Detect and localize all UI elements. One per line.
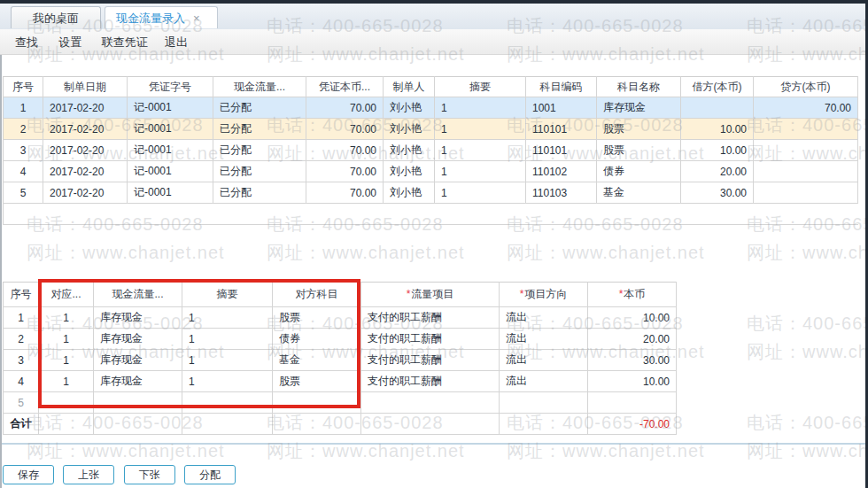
cell[interactable]: 1 <box>182 350 273 371</box>
cell[interactable]: 1 <box>39 307 94 329</box>
cell[interactable]: 1 <box>435 161 526 182</box>
cell[interactable] <box>306 204 384 225</box>
cell[interactable]: 110102 <box>526 161 597 182</box>
cell[interactable]: 20.00 <box>588 329 677 350</box>
cell[interactable]: 基金 <box>597 182 681 204</box>
table-row[interactable]: 42017-02-20记-0001已分配70.00刘小艳1110102债券20.… <box>4 161 858 182</box>
cell[interactable]: 股票 <box>273 307 361 329</box>
cell[interactable]: 4 <box>4 371 39 392</box>
cell[interactable]: 支付的职工薪酬 <box>361 371 500 392</box>
cell[interactable]: 记-0001 <box>128 97 213 119</box>
cell[interactable]: 1 <box>182 371 273 392</box>
cell[interactable]: 10.00 <box>588 371 677 392</box>
cell[interactable]: 已分配 <box>213 140 306 161</box>
next-voucher-button[interactable]: 下张 <box>124 465 175 484</box>
cell[interactable]: 基金 <box>273 350 361 371</box>
cell[interactable] <box>754 140 858 161</box>
cell[interactable] <box>681 97 754 119</box>
cell[interactable] <box>213 204 306 225</box>
table-row[interactable] <box>4 204 858 225</box>
cell[interactable]: 支付的职工薪酬 <box>361 307 500 329</box>
cell[interactable]: 1 <box>39 371 94 392</box>
cell[interactable]: 20.00 <box>681 161 754 182</box>
cell[interactable]: 股票 <box>597 140 681 161</box>
cell[interactable]: 已分配 <box>213 119 306 140</box>
cell[interactable]: 支付的职工薪酬 <box>361 329 500 350</box>
cell[interactable]: 70.00 <box>306 182 384 204</box>
cell[interactable] <box>500 414 588 435</box>
cell[interactable] <box>588 392 677 414</box>
cell[interactable]: 股票 <box>273 371 361 392</box>
cell[interactable]: 70.00 <box>754 97 858 119</box>
cell[interactable] <box>597 204 681 225</box>
cell[interactable]: 2017-02-20 <box>43 182 128 204</box>
cell[interactable]: 2017-02-20 <box>43 161 128 182</box>
cell[interactable] <box>4 204 43 225</box>
cell[interactable]: 刘小艳 <box>384 161 435 182</box>
cell[interactable] <box>754 182 858 204</box>
table-row[interactable]: 31库存现金1基金支付的职工薪酬流出30.00 <box>4 350 677 371</box>
toolbar-button-settings[interactable]: 设置 <box>58 29 81 55</box>
table-row[interactable]: 22017-02-20记-0001已分配70.00刘小艳1110101股票10.… <box>4 119 858 140</box>
cell[interactable]: 流出 <box>500 350 588 371</box>
cell[interactable]: 支付的职工薪酬 <box>361 350 500 371</box>
table-row[interactable]: 21库存现金1债券支付的职工薪酬流出20.00 <box>4 329 677 350</box>
cell[interactable]: 10.00 <box>681 140 754 161</box>
cell[interactable]: 记-0001 <box>128 119 213 140</box>
cell[interactable]: 债券 <box>597 161 681 182</box>
cell[interactable]: 1 <box>435 97 526 119</box>
cell[interactable]: -70.00 <box>588 414 677 435</box>
cell[interactable] <box>361 414 500 435</box>
cell[interactable] <box>754 119 858 140</box>
cell[interactable]: 流出 <box>500 329 588 350</box>
cell[interactable]: 70.00 <box>306 97 384 119</box>
cell[interactable] <box>754 161 858 182</box>
table-row[interactable]: 32017-02-20记-0001已分配70.00刘小艳1110101股票10.… <box>4 140 858 161</box>
cell[interactable] <box>128 204 213 225</box>
cell[interactable]: 1 <box>435 119 526 140</box>
close-icon[interactable]: × <box>193 12 200 25</box>
cell[interactable]: 1 <box>39 350 94 371</box>
cell[interactable]: 刘小艳 <box>384 97 435 119</box>
cell[interactable] <box>39 414 94 435</box>
cell[interactable]: 110101 <box>526 140 597 161</box>
cell[interactable]: 刘小艳 <box>384 119 435 140</box>
cell[interactable] <box>94 392 182 414</box>
cell[interactable] <box>526 204 597 225</box>
cell[interactable] <box>182 414 273 435</box>
cell[interactable] <box>384 204 435 225</box>
cell[interactable]: 3 <box>4 350 39 371</box>
cell[interactable] <box>39 392 94 414</box>
cell[interactable]: 记-0001 <box>128 140 213 161</box>
cell[interactable]: 2017-02-20 <box>43 119 128 140</box>
cell[interactable]: 1 <box>182 329 273 350</box>
cell[interactable]: 股票 <box>597 119 681 140</box>
cell[interactable]: 记-0001 <box>128 161 213 182</box>
tab-my-desktop[interactable]: 我的桌面 <box>11 6 101 28</box>
cell[interactable] <box>361 392 500 414</box>
toolbar-button-linked-voucher[interactable]: 联查凭证 <box>102 29 148 55</box>
cell[interactable]: 2017-02-20 <box>43 140 128 161</box>
cell[interactable]: 5 <box>4 392 39 414</box>
cell[interactable]: 10.00 <box>588 307 677 329</box>
cell[interactable]: 70.00 <box>306 161 384 182</box>
cell[interactable]: 2 <box>4 329 39 350</box>
cell[interactable]: 流出 <box>500 307 588 329</box>
table-row[interactable]: 11库存现金1股票支付的职工薪酬流出10.00 <box>4 307 677 329</box>
toolbar-button-exit[interactable]: 退出 <box>165 29 188 55</box>
cell[interactable]: 110103 <box>526 182 597 204</box>
cell[interactable]: 库存现金 <box>94 350 182 371</box>
cell[interactable]: 2 <box>4 119 43 140</box>
cell[interactable]: 流出 <box>500 371 588 392</box>
cell[interactable]: 已分配 <box>213 161 306 182</box>
cell[interactable]: 5 <box>4 182 43 204</box>
table-row[interactable]: 5 <box>4 392 677 414</box>
table-row[interactable]: 12017-02-20记-0001已分配70.00刘小艳11001库存现金70.… <box>4 97 858 119</box>
cell[interactable]: 30.00 <box>588 350 677 371</box>
cell[interactable] <box>273 414 361 435</box>
cell[interactable]: 库存现金 <box>94 329 182 350</box>
cell[interactable]: 债券 <box>273 329 361 350</box>
cell[interactable]: 刘小艳 <box>384 182 435 204</box>
table-row[interactable]: 合计-70.00 <box>4 414 677 435</box>
tab-cash-flow-entry[interactable]: 现金流量录入× <box>105 6 218 28</box>
